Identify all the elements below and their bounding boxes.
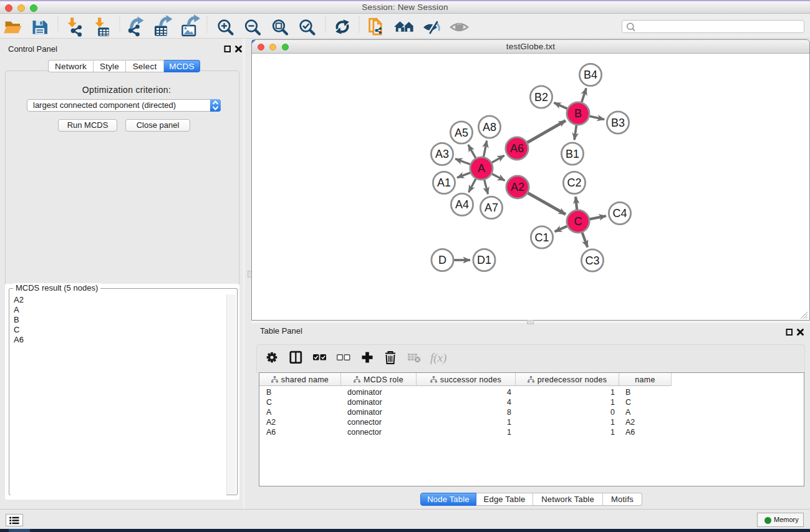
svg-text:A6: A6 — [510, 142, 524, 155]
svg-text:C4: C4 — [612, 207, 627, 220]
svg-text:C1: C1 — [534, 231, 549, 244]
svg-text:D: D — [438, 254, 446, 266]
svg-text:B: B — [574, 107, 582, 120]
svg-text:A3: A3 — [435, 148, 449, 160]
svg-text:A1: A1 — [437, 177, 451, 189]
svg-text:B1: B1 — [566, 148, 579, 160]
svg-text:A5: A5 — [455, 127, 468, 139]
svg-text:f(x): f(x) — [430, 351, 446, 365]
svg-text:C2: C2 — [567, 177, 581, 189]
svg-text:C3: C3 — [585, 254, 599, 267]
svg-text:B2: B2 — [534, 91, 548, 104]
svg-text:B4: B4 — [584, 69, 597, 81]
svg-text:B3: B3 — [611, 117, 625, 129]
svg-text:A2: A2 — [511, 181, 524, 193]
svg-text:A8: A8 — [483, 121, 496, 133]
svg-text:C: C — [574, 215, 582, 228]
svg-text:A4: A4 — [455, 198, 469, 211]
svg-text:A: A — [478, 162, 485, 175]
svg-text:A7: A7 — [485, 201, 498, 214]
svg-text:D1: D1 — [477, 254, 491, 266]
